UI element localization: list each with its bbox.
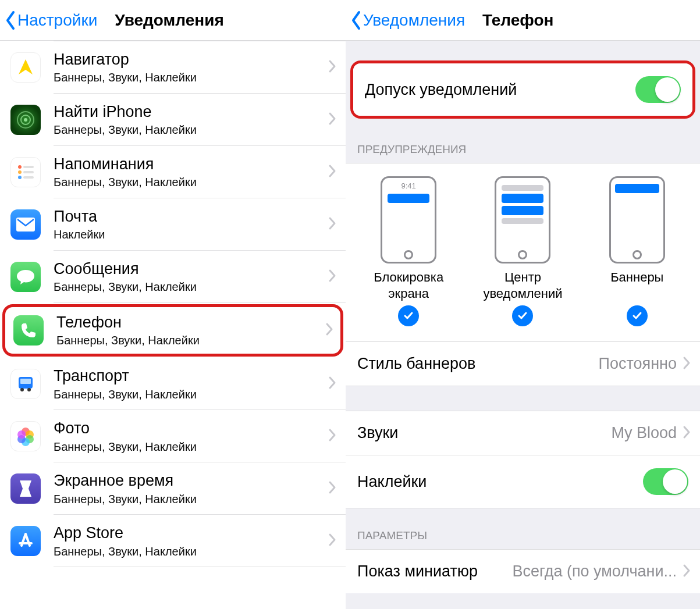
page-title: Телефон bbox=[482, 11, 553, 30]
app-name: Телефон bbox=[56, 313, 325, 332]
alert-check-icon[interactable] bbox=[398, 305, 419, 326]
svg-rect-11 bbox=[20, 379, 31, 384]
chevron-right-icon bbox=[328, 112, 336, 128]
alert-styles-row: 9:41 Блокировка экрана Центр уведомлений bbox=[346, 163, 700, 341]
app-row-reminders[interactable]: Напоминания Баннеры, Звуки, Наклейки bbox=[0, 146, 346, 198]
navigator-icon bbox=[10, 52, 41, 83]
chevron-right-icon bbox=[328, 480, 336, 497]
messages-icon bbox=[10, 262, 41, 292]
app-name: Почта bbox=[54, 207, 328, 226]
app-row-appstore[interactable]: App Store Баннеры, Звуки, Наклейки bbox=[0, 515, 346, 567]
badges-toggle[interactable] bbox=[643, 468, 688, 495]
chevron-right-icon bbox=[328, 376, 336, 392]
banner-style-row[interactable]: Стиль баннеров Постоянно bbox=[346, 341, 700, 386]
app-name: Транспорт bbox=[54, 366, 328, 385]
app-row-phone[interactable]: Телефон Баннеры, Звуки, Наклейки bbox=[2, 304, 343, 357]
app-sub: Баннеры, Звуки, Наклейки bbox=[54, 70, 328, 85]
chevron-left-icon bbox=[5, 10, 16, 30]
svg-point-7 bbox=[18, 176, 22, 179]
app-list: Навигатор Баннеры, Звуки, Наклейки Найти… bbox=[0, 41, 346, 567]
alert-check-icon[interactable] bbox=[512, 305, 533, 326]
reminders-icon bbox=[10, 157, 41, 187]
phone-mock-lockscreen: 9:41 bbox=[381, 176, 436, 263]
chevron-right-icon bbox=[683, 356, 691, 372]
app-row-navigator[interactable]: Навигатор Баннеры, Звуки, Наклейки bbox=[0, 41, 346, 94]
preview-value: Всегда (по умолчани... bbox=[513, 562, 677, 580]
chevron-right-icon bbox=[328, 216, 336, 233]
section-header-params: ПАРАМЕТРЫ bbox=[346, 508, 700, 550]
section-header-alerts: ПРЕДУПРЕЖДЕНИЯ bbox=[346, 122, 700, 163]
sounds-row[interactable]: Звуки My Blood bbox=[346, 411, 700, 455]
svg-point-19 bbox=[17, 430, 26, 439]
chevron-right-icon bbox=[328, 269, 336, 285]
allow-notifications-highlight: Допуск уведомлений bbox=[350, 60, 695, 119]
nav-bar: Настройки Уведомления bbox=[0, 0, 346, 41]
svg-rect-8 bbox=[23, 176, 34, 179]
app-sub: Баннеры, Звуки, Наклейки bbox=[54, 387, 328, 402]
app-sub: Баннеры, Звуки, Наклейки bbox=[54, 174, 328, 190]
alert-label: Блокировка экрана bbox=[356, 269, 461, 302]
alert-type-notification-center[interactable]: Центр уведомлений bbox=[470, 176, 575, 326]
chevron-right-icon bbox=[328, 428, 336, 444]
app-name: Найти iPhone bbox=[54, 102, 328, 121]
app-name: Навигатор bbox=[54, 50, 328, 69]
app-row-mail[interactable]: Почта Наклейки bbox=[0, 198, 346, 251]
alert-check-icon[interactable] bbox=[627, 305, 648, 326]
app-row-transport[interactable]: Транспорт Баннеры, Звуки, Наклейки bbox=[0, 358, 346, 410]
transport-icon bbox=[10, 369, 41, 399]
mail-icon bbox=[10, 209, 41, 240]
screentime-icon bbox=[10, 473, 41, 504]
allow-notifications-toggle[interactable] bbox=[635, 76, 681, 103]
chevron-right-icon bbox=[328, 533, 336, 549]
back-button[interactable]: Уведомления bbox=[350, 10, 465, 30]
chevron-right-icon bbox=[325, 322, 333, 339]
notifications-list-panel: Настройки Уведомления Навигатор Баннеры,… bbox=[0, 0, 346, 609]
app-row-screentime[interactable]: Экранное время Баннеры, Звуки, Наклейки bbox=[0, 462, 346, 515]
badges-row[interactable]: Наклейки bbox=[346, 455, 700, 508]
app-sub: Баннеры, Звуки, Наклейки bbox=[54, 544, 328, 559]
sounds-label: Звуки bbox=[357, 424, 611, 442]
app-sub: Наклейки bbox=[54, 227, 328, 242]
chevron-right-icon bbox=[328, 59, 336, 76]
allow-notifications-row[interactable]: Допуск уведомлений bbox=[353, 63, 692, 116]
app-row-photos[interactable]: Фото Баннеры, Звуки, Наклейки bbox=[0, 410, 346, 462]
photos-icon bbox=[10, 421, 41, 451]
app-name: Напоминания bbox=[54, 155, 328, 173]
app-sub: Баннеры, Звуки, Наклейки bbox=[56, 333, 325, 348]
app-row-messages[interactable]: Сообщения Баннеры, Звуки, Наклейки bbox=[0, 251, 346, 303]
phone-icon bbox=[13, 315, 44, 346]
alert-label: Баннеры bbox=[610, 269, 663, 302]
svg-point-2 bbox=[24, 118, 27, 122]
app-name: Фото bbox=[54, 419, 328, 437]
app-row-find-iphone[interactable]: Найти iPhone Баннеры, Звуки, Наклейки bbox=[0, 94, 346, 146]
back-label: Уведомления bbox=[363, 11, 465, 30]
svg-rect-4 bbox=[23, 166, 34, 168]
preview-row[interactable]: Показ миниатюр Всегда (по умолчани... bbox=[346, 550, 700, 593]
back-button[interactable]: Настройки bbox=[5, 10, 97, 30]
page-title: Уведомления bbox=[115, 11, 223, 30]
svg-point-3 bbox=[18, 165, 22, 169]
badges-label: Наклейки bbox=[357, 473, 643, 491]
allow-notifications-label: Допуск уведомлений bbox=[365, 81, 635, 99]
chevron-right-icon bbox=[683, 564, 691, 580]
app-sub: Баннеры, Звуки, Наклейки bbox=[54, 492, 328, 507]
chevron-right-icon bbox=[328, 164, 336, 180]
app-name: App Store bbox=[54, 523, 328, 542]
chevron-left-icon bbox=[350, 10, 362, 30]
svg-rect-9 bbox=[16, 218, 35, 232]
svg-rect-6 bbox=[23, 171, 34, 173]
svg-point-5 bbox=[18, 170, 22, 174]
banner-style-label: Стиль баннеров bbox=[357, 355, 599, 373]
svg-point-12 bbox=[20, 388, 24, 391]
svg-point-13 bbox=[27, 388, 31, 391]
app-name: Экранное время bbox=[54, 471, 328, 490]
preview-label: Показ миниатюр bbox=[357, 562, 513, 580]
phone-mock-notification-center bbox=[495, 176, 550, 263]
phone-mock-banners bbox=[609, 176, 665, 263]
alert-type-lockscreen[interactable]: 9:41 Блокировка экрана bbox=[356, 176, 461, 326]
nav-bar: Уведомления Телефон bbox=[346, 0, 700, 41]
phone-notification-settings-panel: Уведомления Телефон Допуск уведомлений П… bbox=[346, 0, 700, 609]
banner-style-value: Постоянно bbox=[599, 355, 677, 373]
chevron-right-icon bbox=[683, 425, 691, 441]
alert-type-banners[interactable]: Баннеры bbox=[585, 176, 690, 326]
